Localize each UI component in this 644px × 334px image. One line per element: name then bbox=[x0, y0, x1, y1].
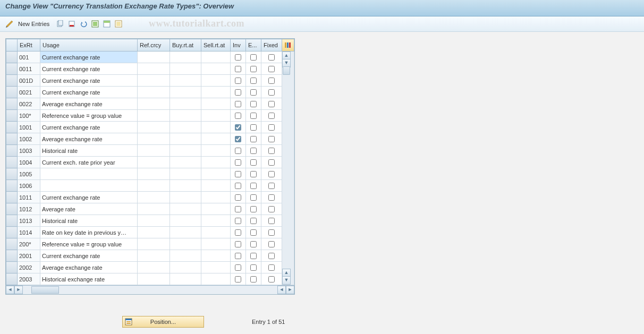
checkbox-e[interactable] bbox=[250, 78, 257, 84]
cell-exrt[interactable]: 1005 bbox=[18, 168, 40, 180]
checkbox-e[interactable] bbox=[250, 101, 257, 107]
checkbox-inv[interactable] bbox=[235, 276, 241, 282]
cell-sell[interactable] bbox=[201, 215, 231, 227]
checkbox-e[interactable] bbox=[250, 253, 257, 259]
checkbox-fixed[interactable] bbox=[268, 101, 275, 107]
cell-usage[interactable] bbox=[40, 168, 138, 180]
cell-sell[interactable] bbox=[201, 63, 231, 75]
checkbox-inv[interactable] bbox=[235, 124, 241, 131]
checkbox-inv[interactable] bbox=[235, 54, 241, 61]
checkbox-e[interactable] bbox=[250, 54, 257, 61]
checkbox-inv[interactable] bbox=[235, 136, 241, 142]
cell-buy[interactable] bbox=[170, 227, 201, 238]
cell-buy[interactable] bbox=[170, 238, 201, 250]
cell-exrt[interactable]: 0022 bbox=[18, 98, 40, 110]
cell-buy[interactable] bbox=[170, 87, 201, 98]
checkbox-fixed[interactable] bbox=[268, 148, 275, 154]
cell-refcrcy[interactable] bbox=[138, 52, 170, 63]
table-row[interactable]: 1001Current exchange rate bbox=[6, 122, 294, 133]
cell-exrt[interactable]: 1013 bbox=[18, 215, 40, 227]
cell-buy[interactable] bbox=[170, 52, 201, 63]
row-selector[interactable] bbox=[6, 250, 18, 262]
checkbox-inv[interactable] bbox=[235, 218, 241, 224]
col-header-sell[interactable]: Sell.rt.at bbox=[201, 39, 231, 52]
vscroll-thumb[interactable] bbox=[283, 66, 290, 75]
cell-sell[interactable] bbox=[201, 180, 231, 192]
checkbox-e[interactable] bbox=[250, 276, 257, 282]
cell-usage[interactable]: Reference value = group value bbox=[40, 238, 138, 250]
checkbox-e[interactable] bbox=[250, 148, 257, 154]
cell-sell[interactable] bbox=[201, 203, 231, 215]
checkbox-e[interactable] bbox=[250, 194, 257, 201]
cell-exrt[interactable]: 001D bbox=[18, 75, 40, 87]
checkbox-inv[interactable] bbox=[235, 101, 241, 107]
cell-exrt[interactable]: 1011 bbox=[18, 192, 40, 203]
deselect-all-icon[interactable] bbox=[113, 19, 124, 29]
col-header-e[interactable]: E... bbox=[246, 39, 261, 52]
checkbox-e[interactable] bbox=[250, 89, 257, 96]
row-selector[interactable] bbox=[6, 180, 18, 192]
checkbox-fixed[interactable] bbox=[268, 66, 275, 72]
checkbox-inv[interactable] bbox=[235, 113, 241, 119]
col-header-usage[interactable]: Usage bbox=[40, 39, 138, 52]
hscroll-right-icon[interactable]: ► bbox=[14, 286, 23, 294]
cell-sell[interactable] bbox=[201, 87, 231, 98]
cell-usage[interactable] bbox=[40, 180, 138, 192]
hscroll-left2-icon[interactable]: ◄ bbox=[277, 286, 286, 294]
row-selector[interactable] bbox=[6, 203, 18, 215]
checkbox-fixed[interactable] bbox=[268, 241, 275, 247]
select-block-icon[interactable] bbox=[101, 19, 112, 29]
cell-usage[interactable]: Average rate bbox=[40, 203, 138, 215]
cell-refcrcy[interactable] bbox=[138, 63, 170, 75]
checkbox-fixed[interactable] bbox=[268, 218, 275, 224]
cell-exrt[interactable]: 1003 bbox=[18, 145, 40, 157]
cell-usage[interactable]: Average exchange rate bbox=[40, 133, 138, 145]
col-header-buy[interactable]: Buy.rt.at bbox=[170, 39, 201, 52]
cell-refcrcy[interactable] bbox=[138, 273, 170, 285]
cell-refcrcy[interactable] bbox=[138, 122, 170, 133]
checkbox-inv[interactable] bbox=[235, 148, 241, 154]
cell-refcrcy[interactable] bbox=[138, 250, 170, 262]
checkbox-fixed[interactable] bbox=[268, 78, 275, 84]
row-selector[interactable] bbox=[6, 157, 18, 168]
table-row[interactable]: 0011Current exchange rate bbox=[6, 63, 294, 75]
cell-buy[interactable] bbox=[170, 180, 201, 192]
checkbox-e[interactable] bbox=[250, 218, 257, 224]
cell-exrt[interactable]: 0021 bbox=[18, 87, 40, 98]
cell-sell[interactable] bbox=[201, 157, 231, 168]
row-selector[interactable] bbox=[6, 63, 18, 75]
cell-buy[interactable] bbox=[170, 145, 201, 157]
new-entries-button[interactable]: New Entries bbox=[18, 21, 49, 27]
vertical-scrollbar[interactable]: ▲▼▲▼ bbox=[282, 52, 294, 285]
checkbox-fixed[interactable] bbox=[268, 159, 275, 166]
checkbox-inv[interactable] bbox=[235, 194, 241, 201]
cell-buy[interactable] bbox=[170, 215, 201, 227]
checkbox-inv[interactable] bbox=[235, 264, 241, 271]
cell-exrt[interactable]: 200* bbox=[18, 238, 40, 250]
table-row[interactable]: 2003Historical exchange rate bbox=[6, 273, 294, 285]
table-row[interactable]: 1003Historical rate bbox=[6, 145, 294, 157]
table-row[interactable]: 100*Reference value = group value bbox=[6, 110, 294, 122]
cell-refcrcy[interactable] bbox=[138, 75, 170, 87]
cell-sell[interactable] bbox=[201, 122, 231, 133]
configure-columns-icon[interactable] bbox=[282, 39, 294, 52]
select-all-icon[interactable] bbox=[90, 19, 100, 29]
cell-exrt[interactable]: 1001 bbox=[18, 122, 40, 133]
cell-exrt[interactable]: 001 bbox=[18, 52, 40, 63]
cell-usage[interactable]: Historical rate bbox=[40, 215, 138, 227]
checkbox-e[interactable] bbox=[250, 183, 257, 189]
checkbox-inv[interactable] bbox=[235, 183, 241, 189]
row-selector[interactable] bbox=[6, 98, 18, 110]
checkbox-inv[interactable] bbox=[235, 78, 241, 84]
cell-usage[interactable]: Historical exchange rate bbox=[40, 273, 138, 285]
cell-usage[interactable]: Current exchange rate bbox=[40, 63, 138, 75]
cell-refcrcy[interactable] bbox=[138, 157, 170, 168]
table-row[interactable]: 1004Current exch. rate prior year bbox=[6, 157, 294, 168]
cell-refcrcy[interactable] bbox=[138, 203, 170, 215]
cell-exrt[interactable]: 0011 bbox=[18, 63, 40, 75]
checkbox-fixed[interactable] bbox=[268, 89, 275, 96]
cell-buy[interactable] bbox=[170, 133, 201, 145]
checkbox-fixed[interactable] bbox=[268, 136, 275, 142]
cell-sell[interactable] bbox=[201, 250, 231, 262]
cell-refcrcy[interactable] bbox=[138, 227, 170, 238]
